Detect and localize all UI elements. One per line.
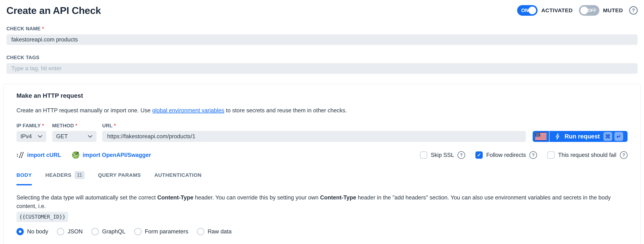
- activated-toggle-state: ON: [521, 8, 528, 13]
- headers-count-badge: 11: [74, 171, 84, 179]
- check-name-label-text: CHECK NAME: [6, 26, 40, 31]
- help-icon[interactable]: ?: [629, 6, 638, 15]
- request-should-fail-label: This request should fail: [558, 152, 616, 158]
- method-value: GET: [56, 133, 68, 140]
- ip-family-label: IP FAMILY *: [16, 123, 46, 129]
- help-icon[interactable]: ?: [620, 151, 628, 159]
- check-name-input[interactable]: [6, 34, 638, 45]
- request-tabs: BODY HEADERS 11 QUERY PARAMS AUTHENTICAT…: [16, 171, 628, 185]
- radio-graphql[interactable]: GraphQL: [92, 228, 126, 235]
- radio-button[interactable]: [197, 228, 204, 235]
- radio-no-body[interactable]: No body: [16, 228, 48, 235]
- return-key-icon: ↵: [614, 132, 623, 141]
- ip-family-column: IP FAMILY * IPv4: [16, 123, 46, 142]
- radio-button[interactable]: [134, 228, 142, 235]
- muted-toggle[interactable]: OFF: [579, 5, 600, 16]
- header-toggles: ON ACTIVATED OFF MUTED ?: [517, 5, 638, 16]
- check-name-label: CHECK NAME *: [6, 26, 638, 32]
- page-header: Create an API Check ON ACTIVATED OFF MUT…: [6, 5, 638, 16]
- radio-form-parameters[interactable]: Form parameters: [134, 228, 188, 235]
- method-column: METHOD * GET: [52, 123, 96, 142]
- muted-toggle-group: OFF MUTED: [579, 5, 623, 16]
- lightning-bolt-icon: [554, 133, 561, 140]
- content-type-bold: Content-Type: [157, 194, 193, 201]
- intro-text-before: Create an HTTP request manually or impor…: [16, 107, 152, 114]
- radio-no-body-label: No body: [27, 228, 48, 235]
- activated-label: ACTIVATED: [541, 7, 573, 13]
- checkmark-icon: ✓: [477, 152, 481, 158]
- radio-button[interactable]: [16, 228, 24, 235]
- help-icon[interactable]: ?: [529, 151, 537, 159]
- radio-graphql-label: GraphQL: [102, 228, 126, 235]
- tab-body[interactable]: BODY: [16, 171, 32, 185]
- method-select[interactable]: GET: [52, 131, 96, 142]
- swagger-icon: [72, 151, 80, 159]
- run-location-flag-button[interactable]: [533, 131, 550, 142]
- check-tags-input[interactable]: [6, 63, 638, 74]
- chevron-down-icon: [88, 135, 92, 138]
- card-intro: Create an HTTP request manually or impor…: [16, 107, 628, 114]
- ip-family-label-text: IP FAMILY: [16, 123, 40, 128]
- content-type-bold: Content-Type: [320, 194, 356, 201]
- required-asterisk: *: [114, 123, 116, 128]
- follow-redirects-checkbox[interactable]: ✓: [476, 151, 483, 159]
- tab-authentication[interactable]: AUTHENTICATION: [154, 171, 202, 185]
- check-name-field: CHECK NAME *: [6, 26, 638, 45]
- request-options-row: import cURL import OpenAP: [16, 151, 628, 159]
- method-label: METHOD *: [52, 123, 96, 129]
- import-curl-label: import cURL: [27, 152, 61, 158]
- url-label: URL *: [102, 123, 526, 129]
- run-request-group: Run request ⌘ ↵: [533, 131, 628, 142]
- body-type-radios: No body JSON GraphQL Form parameters Raw…: [16, 228, 628, 235]
- request-row: IP FAMILY * IPv4 METHOD * GET: [16, 123, 628, 142]
- muted-label: MUTED: [603, 7, 623, 13]
- request-checkboxes: Skip SSL ? ✓ Follow redirects ? This req…: [420, 151, 628, 159]
- run-shortcuts: ⌘ ↵: [604, 132, 623, 141]
- url-input[interactable]: [102, 131, 526, 142]
- radio-json[interactable]: JSON: [57, 228, 83, 235]
- follow-redirects-option: ✓ Follow redirects ?: [476, 151, 537, 159]
- note-text: header. You can override this by setting…: [194, 194, 320, 201]
- radio-button[interactable]: [92, 228, 99, 235]
- import-openapi-label: import OpenAPI/Swagger: [83, 152, 151, 158]
- tab-headers-label: HEADERS: [45, 172, 72, 178]
- toggle-knob: [580, 6, 588, 14]
- skip-ssl-option: Skip SSL ?: [420, 151, 465, 159]
- curl-icon: [16, 151, 24, 159]
- activated-toggle[interactable]: ON: [517, 5, 538, 16]
- import-curl-link[interactable]: import cURL: [16, 151, 61, 159]
- tab-query-params[interactable]: QUERY PARAMS: [98, 171, 141, 185]
- tab-headers[interactable]: HEADERS 11: [45, 171, 84, 185]
- import-openapi-link[interactable]: import OpenAPI/Swagger: [72, 151, 151, 159]
- url-column: URL *: [102, 123, 526, 142]
- follow-redirects-label: Follow redirects: [486, 152, 526, 158]
- radio-form-parameters-label: Form parameters: [145, 228, 188, 235]
- us-flag-icon: [535, 133, 546, 140]
- help-icon[interactable]: ?: [458, 151, 465, 159]
- run-request-button[interactable]: Run request ⌘ ↵: [550, 131, 628, 142]
- chevron-down-icon: [38, 135, 42, 138]
- toggle-knob: [528, 6, 536, 14]
- skip-ssl-label: Skip SSL: [431, 152, 454, 158]
- intro-text-after: to store secrets and reuse them in other…: [224, 107, 347, 114]
- request-should-fail-checkbox[interactable]: [547, 151, 554, 159]
- url-label-text: URL: [102, 123, 112, 128]
- global-env-vars-link[interactable]: global environment variables: [152, 107, 224, 114]
- tab-query-params-label: QUERY PARAMS: [98, 172, 141, 178]
- skip-ssl-checkbox[interactable]: [420, 151, 427, 159]
- customer-id-code-chip: {{CUSTOMER_ID}}: [16, 212, 68, 222]
- radio-button[interactable]: [57, 228, 64, 235]
- request-should-fail-option: This request should fail ?: [547, 151, 628, 159]
- ip-family-select[interactable]: IPv4: [16, 131, 46, 142]
- run-request-label: Run request: [564, 133, 600, 140]
- required-asterisk: *: [42, 26, 44, 31]
- import-links: import cURL import OpenAP: [16, 151, 151, 159]
- http-request-card: Make an HTTP request Create an HTTP requ…: [3, 84, 641, 244]
- tab-authentication-label: AUTHENTICATION: [154, 172, 202, 178]
- required-asterisk: *: [42, 123, 44, 128]
- method-label-text: METHOD: [52, 123, 74, 128]
- note-text: Selecting the data type will automatical…: [16, 194, 157, 201]
- muted-toggle-state: OFF: [588, 8, 596, 13]
- radio-raw-data[interactable]: Raw data: [197, 228, 232, 235]
- create-api-check-page: Create an API Check ON ACTIVATED OFF MUT…: [0, 0, 644, 244]
